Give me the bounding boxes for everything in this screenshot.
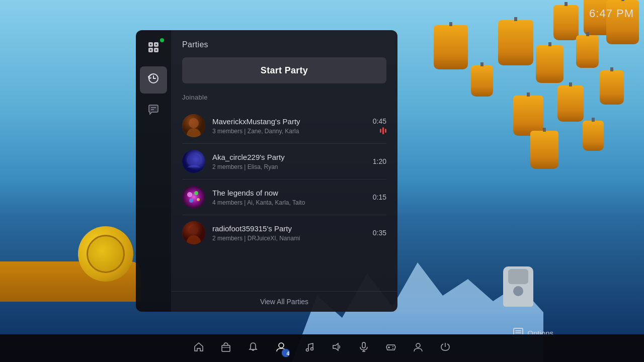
- power-icon: [440, 341, 451, 355]
- start-party-button[interactable]: Start Party: [182, 57, 386, 83]
- svg-point-6: [150, 49, 151, 51]
- store-icon: [220, 341, 231, 355]
- party-members: 4 members | Ai, Kanta, Karla, Taito: [212, 199, 363, 206]
- taskbar-power[interactable]: [440, 341, 451, 355]
- history-icon: [147, 72, 160, 88]
- svg-point-36: [392, 348, 393, 349]
- sidebar-item-history[interactable]: [140, 66, 167, 94]
- party-avatar: [182, 114, 205, 137]
- party-item[interactable]: Aka_circle229's Party 2 members | Elisa,…: [182, 144, 386, 179]
- party-item[interactable]: radiofoot359315's Party 2 members | DRJu…: [182, 215, 386, 250]
- party-info: The legends of now 4 members | Ai, Kanta…: [212, 189, 363, 206]
- party-members: 3 members | Zane, Danny, Karla: [212, 128, 363, 135]
- taskbar-friends[interactable]: 4 4: [275, 340, 288, 356]
- svg-point-12: [189, 118, 199, 128]
- svg-point-26: [279, 343, 284, 348]
- taskbar-store[interactable]: [220, 341, 231, 355]
- volume-icon: [331, 341, 342, 355]
- panel-title: Parties: [182, 40, 386, 49]
- party-time: 0:45: [368, 117, 386, 125]
- microphone-icon: [358, 341, 369, 355]
- bg-coin: [78, 226, 133, 282]
- svg-point-5: [155, 44, 157, 45]
- clock-display: 6:47 PM: [589, 7, 634, 20]
- svg-rect-24: [222, 345, 230, 351]
- taskbar-home[interactable]: [193, 341, 204, 355]
- party-name: MaverickxMustang's Party: [212, 117, 363, 126]
- parties-icon: [147, 41, 160, 57]
- taskbar-music[interactable]: [304, 341, 315, 355]
- svg-point-37: [416, 343, 420, 347]
- live-icon: [380, 127, 386, 134]
- svg-point-15: [187, 154, 201, 166]
- friends-count: 4: [286, 351, 289, 356]
- party-time: 1:20: [368, 157, 386, 165]
- taskbar-volume[interactable]: [331, 341, 342, 355]
- account-icon: [413, 341, 424, 355]
- svg-marker-29: [333, 343, 338, 350]
- party-name: The legends of now: [212, 189, 363, 197]
- svg-point-19: [197, 198, 200, 201]
- view-all-parties-button[interactable]: View All Parties: [171, 291, 397, 312]
- taskbar-notifications[interactable]: [248, 341, 259, 355]
- svg-point-18: [194, 191, 198, 195]
- party-members: 2 members | Elisa, Ryan: [212, 163, 363, 170]
- svg-point-35: [392, 346, 393, 347]
- sidebar: [136, 30, 171, 312]
- game-icon: [385, 341, 396, 355]
- party-name: Aka_circle229's Party: [212, 153, 363, 161]
- svg-point-7: [155, 49, 157, 51]
- music-icon: [304, 341, 315, 355]
- svg-point-28: [311, 348, 313, 350]
- taskbar: 4 4: [0, 334, 644, 362]
- party-avatar: [182, 221, 205, 244]
- party-time: 0:35: [368, 229, 386, 237]
- party-avatar: [182, 186, 205, 209]
- notification-dot: [160, 38, 164, 42]
- party-members: 2 members | DRJuiceXI, Nanami: [212, 235, 363, 242]
- svg-point-4: [150, 44, 151, 45]
- joinable-label: Joinable: [182, 94, 386, 101]
- party-info: radiofoot359315's Party 2 members | DRJu…: [212, 224, 363, 242]
- taskbar-account[interactable]: [413, 341, 424, 355]
- svg-point-22: [189, 226, 198, 235]
- svg-point-17: [187, 192, 192, 197]
- bg-robot: [503, 266, 533, 307]
- party-item[interactable]: MaverickxMustang's Party 3 members | Zan…: [182, 108, 386, 144]
- party-name: radiofoot359315's Party: [212, 224, 363, 233]
- svg-point-16: [182, 186, 205, 209]
- svg-rect-30: [362, 342, 365, 348]
- messages-icon: [147, 103, 160, 119]
- party-avatar: [182, 150, 205, 173]
- party-info: Aka_circle229's Party 2 members | Elisa,…: [212, 153, 363, 170]
- sidebar-item-parties[interactable]: [140, 35, 167, 62]
- home-icon: [193, 341, 204, 355]
- taskbar-game[interactable]: [385, 341, 396, 355]
- party-item[interactable]: The legends of now 4 members | Ai, Kanta…: [182, 179, 386, 215]
- party-info: MaverickxMustang's Party 3 members | Zan…: [212, 117, 363, 135]
- taskbar-microphone[interactable]: [358, 341, 369, 355]
- svg-point-27: [306, 349, 309, 351]
- bg-lanterns: [418, 0, 644, 221]
- main-panel: Parties Start Party Joinable MaverickxMu…: [171, 30, 397, 312]
- svg-point-20: [189, 199, 193, 203]
- sidebar-item-messages[interactable]: [140, 98, 167, 125]
- party-time: 0:15: [368, 193, 386, 201]
- notifications-icon: [248, 341, 259, 355]
